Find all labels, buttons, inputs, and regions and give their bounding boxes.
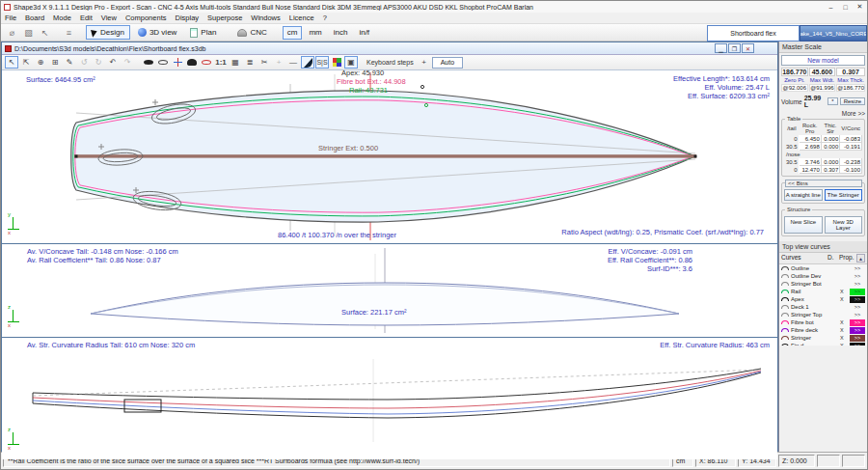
the-stringer-button[interactable]: The Stringer bbox=[825, 189, 863, 201]
curve-display-flag[interactable]: X bbox=[840, 289, 850, 294]
curve-prop-button[interactable]: >> bbox=[850, 327, 865, 334]
plan-mode-button[interactable]: Plan bbox=[184, 25, 222, 40]
menu-help[interactable]: ? bbox=[323, 14, 327, 22]
rocker-panel[interactable]: Av. Str. Curvature Radius Tail: 610 cm N… bbox=[2, 338, 777, 459]
zoom-tool-icon[interactable]: ⊕ bbox=[34, 56, 47, 69]
cursor-tool-icon[interactable]: ↖ bbox=[5, 56, 18, 69]
cell-vconc[interactable]: -0.083 bbox=[840, 135, 862, 143]
line-tool-icon[interactable]: — bbox=[286, 56, 300, 69]
move-cross-icon[interactable]: + bbox=[418, 56, 431, 69]
menu-edit[interactable]: Edit bbox=[80, 14, 93, 22]
one-to-one-button[interactable]: 1:1 bbox=[214, 56, 228, 69]
curve-display-flag[interactable]: X bbox=[840, 335, 850, 341]
max-width-value[interactable]: 45.600 bbox=[809, 68, 836, 76]
redo-icon[interactable]: ↷ bbox=[121, 56, 134, 69]
maximize-button[interactable]: □ bbox=[838, 1, 853, 13]
curve-row-fibre-bot[interactable]: Fibre bot X >> bbox=[779, 318, 867, 326]
ghost-cross-icon[interactable]: + bbox=[272, 56, 285, 69]
straight-line-button[interactable]: A straight line bbox=[784, 189, 823, 201]
curve-row-stringer-top[interactable]: Stringer Top >> bbox=[779, 311, 867, 318]
cell-rocker[interactable]: 2.698 bbox=[799, 143, 821, 151]
unit-mm-button[interactable]: mm bbox=[304, 26, 326, 40]
curve-row-apex[interactable]: Apex X >> bbox=[779, 295, 867, 303]
curve-display-flag[interactable]: X bbox=[840, 296, 850, 302]
cell-rocker[interactable]: 12.470 bbox=[799, 166, 821, 174]
new-slice-button[interactable]: New Slice bbox=[784, 216, 823, 234]
cell-thickness[interactable]: 0.307 bbox=[821, 166, 840, 174]
ss-compare-icon[interactable]: S|S bbox=[315, 56, 329, 69]
curve-prop-button[interactable]: >> bbox=[850, 265, 865, 272]
keyboard-steps-auto-button[interactable]: Auto bbox=[432, 57, 463, 69]
menu-windows[interactable]: Windows bbox=[251, 14, 280, 22]
grid-icon[interactable]: ▦ bbox=[229, 56, 242, 69]
menu-board[interactable]: Board bbox=[25, 14, 44, 22]
curve-prop-button[interactable]: >> bbox=[850, 312, 865, 318]
picture-icon[interactable]: ▣ bbox=[344, 56, 358, 69]
cell-vconc[interactable]: -0.100 bbox=[840, 166, 862, 174]
measure-tool-icon[interactable]: ✎ bbox=[63, 56, 76, 69]
curve-prop-button[interactable]: >> bbox=[850, 304, 865, 311]
menu-licence[interactable]: Licence bbox=[289, 14, 314, 22]
doc-close-button[interactable]: ✕ bbox=[742, 43, 754, 53]
cell-thickness[interactable]: 0.000 bbox=[821, 135, 840, 143]
unit-inf-button[interactable]: in/f bbox=[354, 26, 374, 40]
curve-prop-button[interactable]: >> bbox=[850, 335, 865, 342]
deck-view-icon[interactable] bbox=[185, 56, 199, 69]
rotate-left-icon[interactable]: ↺ bbox=[77, 56, 91, 69]
doc-minimize-button[interactable]: ▁ bbox=[715, 43, 727, 53]
unit-inch-button[interactable]: inch bbox=[329, 26, 353, 40]
curve-row-outline[interactable]: Outline >> bbox=[779, 264, 867, 272]
cell-vconc[interactable]: -0.238 bbox=[840, 158, 862, 166]
resize-button[interactable]: Resize bbox=[840, 97, 865, 105]
slice-view-icon[interactable] bbox=[156, 56, 170, 69]
hand-tool-icon[interactable]: ↖ bbox=[38, 26, 52, 40]
curve-prop-button[interactable]: >> bbox=[850, 296, 865, 303]
menu-file[interactable]: File bbox=[5, 14, 16, 22]
select-tool-icon[interactable]: ⇱ bbox=[19, 56, 33, 69]
wire-view-icon[interactable] bbox=[200, 56, 213, 69]
curve-row-stringer-bot[interactable]: Stringer Bot >> bbox=[779, 280, 867, 288]
curve-prop-button[interactable]: >> bbox=[850, 319, 865, 326]
curve-row-fibre-deck[interactable]: Fibre deck X >> bbox=[779, 326, 867, 334]
btns-toggle-button[interactable]: << Btns bbox=[785, 180, 862, 187]
curve-row-outline-dev[interactable]: Outline Dev >> bbox=[779, 272, 867, 280]
center-cross-icon[interactable] bbox=[171, 56, 184, 69]
slice-panel[interactable]: Av. V/Concave Tail: -0.148 cm Nose: -0.1… bbox=[2, 244, 777, 338]
curve-row-rail[interactable]: Rail X >> bbox=[779, 288, 867, 295]
rotate-right-icon[interactable]: ↻ bbox=[92, 56, 105, 69]
cell-rocker[interactable]: 3.746 bbox=[799, 158, 821, 166]
new-model-button[interactable]: New model bbox=[781, 55, 865, 66]
menu-components[interactable]: Components bbox=[125, 14, 167, 22]
max-thickness-value[interactable]: 0.307 bbox=[836, 68, 865, 76]
new-3d-layer-button[interactable]: New 3D Layer bbox=[825, 216, 863, 234]
curve-row-stringer[interactable]: Stringer X >> bbox=[779, 334, 867, 342]
pin-tool-icon[interactable]: ⌀ bbox=[5, 26, 19, 40]
box-tool-icon[interactable]: ▧ bbox=[21, 26, 36, 40]
cell-thickness[interactable]: 0.000 bbox=[821, 158, 840, 166]
curves-scroll-up-button[interactable]: ▲ bbox=[856, 254, 865, 263]
volume-star-button[interactable]: * bbox=[827, 97, 837, 105]
menu-display[interactable]: Display bbox=[175, 14, 199, 22]
cut-tool-icon[interactable]: ✂ bbox=[258, 56, 271, 69]
curve-row-deck-1[interactable]: Deck 1 >> bbox=[779, 303, 867, 311]
undo-icon[interactable]: ↶ bbox=[106, 56, 120, 69]
slices-stack-icon[interactable]: ≣ bbox=[243, 56, 257, 69]
unit-cm-button[interactable]: cm bbox=[283, 26, 303, 40]
close-button[interactable]: ✕ bbox=[853, 1, 867, 13]
zoom-area-tool-icon[interactable]: ⊞ bbox=[48, 56, 62, 69]
design-mode-button[interactable]: Design bbox=[86, 25, 130, 40]
cell-rocker[interactable]: 6.450 bbox=[799, 135, 821, 143]
menu-view[interactable]: View bbox=[101, 14, 117, 22]
cell-thickness[interactable]: 0.000 bbox=[821, 143, 840, 151]
curve-display-flag[interactable]: X bbox=[840, 319, 850, 325]
curve-display-flag[interactable]: X bbox=[840, 327, 850, 333]
outline-view-icon[interactable] bbox=[142, 56, 155, 69]
fin-tool-icon[interactable] bbox=[301, 56, 314, 69]
cell-vconc[interactable]: -0.191 bbox=[840, 143, 862, 151]
curve-prop-button[interactable]: >> bbox=[850, 289, 865, 295]
3d-view-mode-button[interactable]: 3D view bbox=[132, 25, 182, 40]
menu-mode[interactable]: Mode bbox=[53, 14, 71, 22]
curve-prop-button[interactable]: >> bbox=[850, 273, 865, 280]
machine-bed-icon[interactable]: ≡ bbox=[62, 26, 76, 40]
cnc-mode-button[interactable]: CNC bbox=[231, 25, 272, 40]
